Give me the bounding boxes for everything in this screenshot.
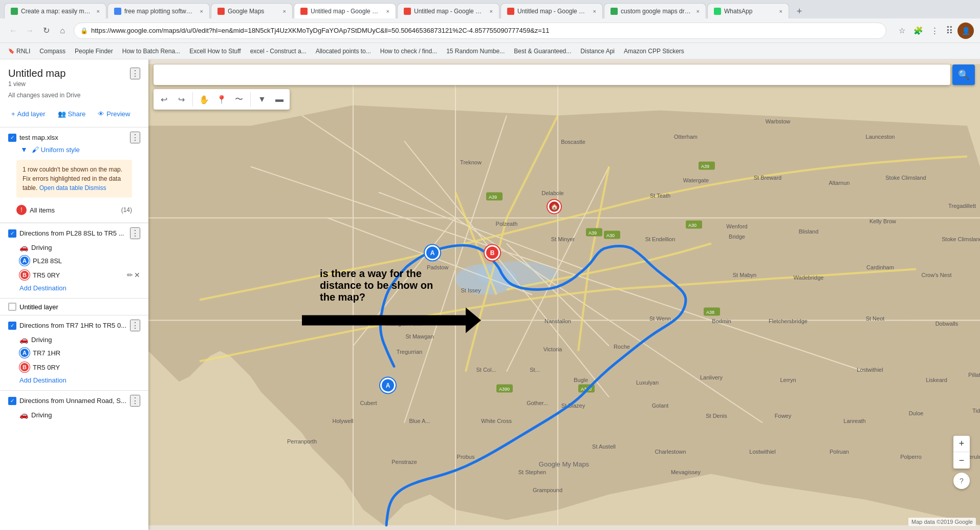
bookmark-rnli[interactable]: 🔖 RNLI bbox=[4, 46, 34, 56]
svg-text:Warbstow: Warbstow bbox=[766, 118, 791, 124]
svg-text:Polzeath: Polzeath bbox=[496, 221, 518, 227]
forward-button[interactable]: → bbox=[23, 24, 37, 38]
tab-close-6[interactable]: × bbox=[593, 8, 596, 14]
layer-test-map: ✓ test map.xlsx ⋮ ▼ 🖌 Uniform style 1 ro… bbox=[0, 128, 148, 223]
uniform-style-row[interactable]: ▼ 🖌 Uniform style bbox=[8, 143, 140, 156]
sidebar: Untitled map 1 view ⋮ All changes saved … bbox=[0, 59, 148, 530]
tab-close-8[interactable]: × bbox=[779, 8, 782, 14]
ruler-button[interactable]: ▬ bbox=[271, 91, 288, 108]
directions-layer-1: ✓ Directions from PL28 8SL to TR5 ... ⋮ … bbox=[0, 223, 148, 298]
redo-button[interactable]: ↪ bbox=[173, 91, 189, 108]
bookmark-allocated-points[interactable]: Allocated points to... bbox=[312, 46, 375, 56]
tab-untitled-map-3[interactable]: Untitled map - Google My ... × bbox=[500, 3, 603, 18]
home-button[interactable]: ⌂ bbox=[55, 24, 70, 38]
layer-test-map-more-button[interactable]: ⋮ bbox=[130, 132, 140, 143]
marker-button[interactable]: 📍 bbox=[213, 91, 230, 108]
map-area[interactable]: A30 A30 A39 A39 A39 A390 A390 A38 bbox=[148, 59, 980, 530]
url-bar[interactable]: 🔒 https://www.google.com/maps/d/u/0/edit… bbox=[74, 23, 886, 39]
tab-title-7: custom google maps drivin... bbox=[621, 8, 691, 15]
tab-close-1[interactable]: × bbox=[97, 8, 100, 14]
dir1-checkbox[interactable]: ✓ bbox=[8, 229, 16, 238]
dir3-add-destination[interactable]: Add Destination bbox=[8, 374, 140, 386]
zoom-out-button[interactable]: − bbox=[953, 452, 970, 469]
svg-text:Duloe: Duloe bbox=[909, 410, 924, 416]
add-layer-button[interactable]: + Add layer bbox=[6, 107, 51, 121]
new-tab-button[interactable]: + bbox=[792, 4, 807, 18]
layer-test-map-checkbox[interactable]: ✓ bbox=[8, 134, 16, 142]
bookmark-excel-how[interactable]: Excell How to Stuff bbox=[185, 46, 245, 56]
car-icon-1: 🚗 bbox=[19, 243, 28, 251]
dir3-checkbox[interactable]: ✓ bbox=[8, 322, 16, 330]
delete-waypoint-button[interactable]: ✕ bbox=[134, 271, 140, 279]
svg-text:Lanreath: Lanreath bbox=[843, 418, 865, 424]
menu-button[interactable]: ⋮ bbox=[927, 24, 942, 38]
browser-frame: Create a map: easily map m... × free map… bbox=[0, 0, 980, 530]
dir1-add-destination[interactable]: Add Destination bbox=[8, 282, 140, 294]
tab-untitled-map-2[interactable]: Untitled map - Google My ... × bbox=[397, 3, 499, 18]
tab-create-map[interactable]: Create a map: easily map m... × bbox=[4, 3, 106, 18]
map-svg: A30 A30 A39 A39 A39 A390 A390 A38 bbox=[148, 59, 980, 530]
dir1-more-button[interactable]: ⋮ bbox=[130, 227, 140, 239]
tab-close-4[interactable]: × bbox=[386, 8, 389, 14]
all-items-row[interactable]: ! All items (14) bbox=[8, 202, 140, 218]
extensions-button[interactable]: 🧩 bbox=[911, 24, 925, 38]
map-help-button[interactable]: ? bbox=[953, 473, 970, 489]
bookmark-15-random[interactable]: 15 Random Numbe... bbox=[442, 46, 509, 56]
svg-text:St...: St... bbox=[530, 367, 540, 373]
tab-close-5[interactable]: × bbox=[490, 8, 493, 14]
svg-text:Roche: Roche bbox=[614, 344, 630, 350]
pan-button[interactable]: ✋ bbox=[196, 91, 212, 108]
svg-text:Blisland: Blisland bbox=[799, 228, 819, 235]
zoom-in-button[interactable]: + bbox=[953, 436, 970, 452]
tab-title-8: WhatsApp bbox=[724, 8, 774, 15]
bookmark-distance-api[interactable]: Distance Api bbox=[576, 46, 619, 56]
svg-text:A30: A30 bbox=[688, 223, 696, 228]
dismiss-link[interactable]: Dismiss bbox=[84, 184, 106, 192]
svg-text:St Teath: St Teath bbox=[650, 193, 670, 199]
share-button[interactable]: 👥 Share bbox=[53, 107, 91, 121]
edit-waypoint-button[interactable]: ✏ bbox=[127, 271, 133, 279]
map-search-input[interactable] bbox=[154, 65, 950, 85]
tab-google-maps[interactable]: Google Maps × bbox=[211, 3, 293, 18]
bookmark-random-label: 15 Random Numbe... bbox=[446, 48, 505, 55]
sidebar-more-button[interactable]: ⋮ bbox=[130, 68, 140, 79]
preview-button[interactable]: 👁 Preview bbox=[93, 107, 135, 121]
bookmark-how-check[interactable]: How to check / find... bbox=[376, 46, 441, 56]
bookmark-amazon[interactable]: Amazon CPP Stickers bbox=[620, 46, 688, 56]
bookmark-excel-construct[interactable]: excel - Construct a... bbox=[246, 46, 311, 56]
dir4-checkbox[interactable]: ✓ bbox=[8, 397, 16, 405]
tab-custom-google-maps[interactable]: custom google maps drivin... × bbox=[604, 3, 706, 18]
tab-favicon-2 bbox=[114, 8, 121, 15]
tab-close-7[interactable]: × bbox=[696, 8, 700, 14]
bookmark-best-guaranteed[interactable]: Best & Guaranteed... bbox=[510, 46, 575, 56]
preview-icon: 👁 bbox=[98, 110, 104, 118]
tab-untitled-map-active[interactable]: Untitled map - Google My ... × bbox=[294, 3, 396, 18]
search-icon: 🔍 bbox=[958, 69, 969, 80]
svg-text:Mevagissey: Mevagissey bbox=[671, 469, 701, 475]
profile-avatar[interactable]: 👤 bbox=[957, 23, 974, 39]
tab-close-2[interactable]: × bbox=[200, 8, 203, 14]
tab-close-3[interactable]: × bbox=[283, 8, 286, 14]
untitled-layer-checkbox[interactable] bbox=[8, 303, 16, 311]
svg-text:Gother...: Gother... bbox=[527, 400, 548, 406]
undo-button[interactable]: ↩ bbox=[156, 91, 172, 108]
all-items-count: (14) bbox=[121, 206, 132, 214]
dir4-more-button[interactable]: ⋮ bbox=[130, 395, 140, 407]
open-data-table-link[interactable]: Open data table bbox=[39, 184, 83, 192]
svg-text:A39: A39 bbox=[489, 195, 497, 200]
bookmark-button[interactable]: ☆ bbox=[895, 24, 909, 38]
draw-line-button[interactable]: 〜 bbox=[231, 91, 247, 108]
tab-map-plotting[interactable]: free map plotting software × bbox=[107, 3, 210, 18]
select-button[interactable]: ▼ bbox=[254, 91, 270, 108]
bookmark-batch-rename[interactable]: How to Batch Rena... bbox=[118, 46, 184, 56]
tab-whatsapp[interactable]: WhatsApp × bbox=[707, 3, 789, 18]
dir1-to-label: TR5 0RY bbox=[33, 271, 124, 279]
apps-grid-button[interactable]: ⠿ bbox=[944, 23, 955, 39]
directions-layer-2-header: ✓ Directions from TR7 1HR to TR5 0... ⋮ bbox=[8, 320, 140, 331]
bookmark-compass[interactable]: Compass bbox=[35, 46, 70, 56]
dir3-more-button[interactable]: ⋮ bbox=[130, 320, 140, 331]
reload-button[interactable]: ↻ bbox=[39, 24, 53, 38]
bookmark-people-finder[interactable]: People Finder bbox=[71, 46, 117, 56]
back-button[interactable]: ← bbox=[6, 24, 20, 38]
map-search-button[interactable]: 🔍 bbox=[952, 65, 975, 85]
